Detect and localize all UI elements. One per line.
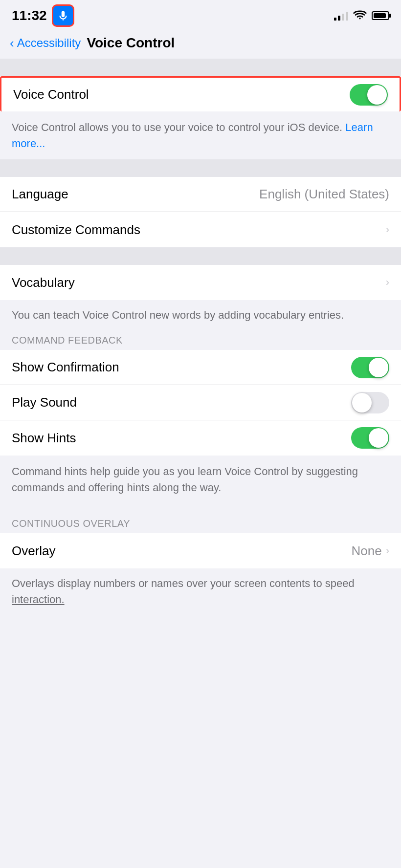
section-gap-3 (0, 503, 401, 513)
show-confirmation-label: Show Confirmation (12, 360, 119, 375)
customize-commands-label: Customize Commands (12, 222, 140, 238)
back-label[interactable]: Accessibility (17, 36, 81, 50)
section-gap-1 (0, 159, 401, 177)
language-value: English (United States) (259, 187, 389, 202)
signal-strength (334, 11, 348, 21)
navigation-header: ‹ Accessibility Voice Control (0, 29, 401, 59)
play-sound-toggle[interactable] (351, 392, 389, 413)
voice-control-toggle[interactable] (350, 84, 388, 106)
voice-control-label: Voice Control (13, 87, 89, 102)
status-right (334, 10, 389, 22)
command-feedback-header: COMMAND FEEDBACK (0, 330, 401, 350)
voice-control-description: Voice Control allows you to use your voi… (0, 111, 401, 159)
overlay-section: Overlay None › (0, 533, 401, 568)
customize-commands-chevron: › (386, 223, 389, 236)
status-time: 11:32 (12, 8, 47, 23)
show-confirmation-toggle[interactable] (351, 357, 389, 378)
battery-icon (372, 11, 389, 20)
microphone-icon (57, 9, 69, 22)
language-label: Language (12, 187, 68, 202)
status-left: 11:32 (12, 4, 74, 27)
show-confirmation-row[interactable]: Show Confirmation (0, 350, 401, 385)
page-title: Voice Control (87, 35, 175, 51)
play-sound-label: Play Sound (12, 395, 77, 410)
show-hints-label: Show Hints (12, 431, 76, 446)
back-chevron-icon[interactable]: ‹ (10, 37, 14, 49)
vocabulary-description: You can teach Voice Control new words by… (0, 300, 401, 330)
continuous-overlay-header: CONTINUOUS OVERLAY (0, 513, 401, 533)
status-bar: 11:32 (0, 0, 401, 29)
show-hints-toggle[interactable] (351, 427, 389, 449)
play-sound-row[interactable]: Play Sound (0, 385, 401, 420)
overlay-label: Overlay (12, 543, 56, 559)
voice-control-section: Voice Control (0, 76, 401, 111)
language-row[interactable]: Language English (United States) (0, 177, 401, 212)
voice-control-row[interactable]: Voice Control (0, 76, 401, 111)
overlay-chevron: › (386, 544, 389, 557)
language-commands-section: Language English (United States) Customi… (0, 177, 401, 247)
customize-commands-row[interactable]: Customize Commands › (0, 212, 401, 247)
command-feedback-section: Show Confirmation Play Sound Show Hints (0, 350, 401, 456)
vocabulary-section: Vocabulary › (0, 265, 401, 300)
section-gap-2 (0, 247, 401, 265)
wifi-icon (353, 10, 367, 22)
svg-point-0 (359, 18, 360, 19)
hints-description: Command hints help guide you as you lear… (0, 456, 401, 503)
vocabulary-label: Vocabulary (12, 275, 75, 290)
vocabulary-row[interactable]: Vocabulary › (0, 265, 401, 300)
vocabulary-chevron: › (386, 276, 389, 289)
overlay-value: None (352, 543, 382, 559)
overlay-description: Overlays display numbers or names over y… (0, 568, 401, 614)
top-divider (0, 59, 401, 76)
overlay-row[interactable]: Overlay None › (0, 533, 401, 568)
mic-recording-indicator (52, 4, 74, 27)
show-hints-row[interactable]: Show Hints (0, 420, 401, 456)
